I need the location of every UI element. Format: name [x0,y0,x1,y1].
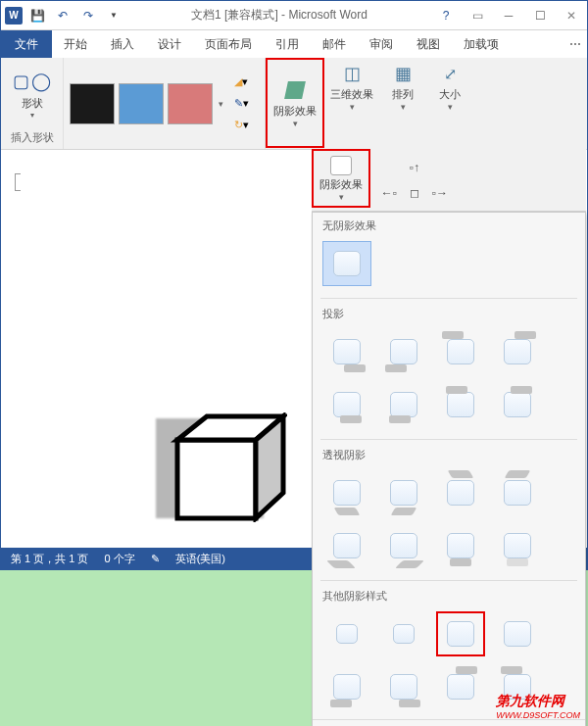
page-indicator[interactable]: 第 1 页，共 1 页 [11,552,88,566]
nudge-left[interactable]: ←▫ [378,182,400,204]
qat-dropdown[interactable]: ▼ [103,5,124,26]
ribbon: ▢ ◯ 形状 ▾ 插入形状 ▾ ◢▾ ✎▾ ↻▾ 阴影效果 [1,58,587,150]
shadow-nudge-controls: ▫↑ ←▫ ◻ ▫→ [370,149,459,211]
inserted-shape-cube[interactable] [170,412,287,526]
style-swatch-black[interactable] [70,83,115,124]
tab-references[interactable]: 引用 [264,30,311,58]
nudge-toggle[interactable]: ◻ [404,182,425,204]
shape-styles-group: ▾ ◢▾ ✎▾ ↻▾ [64,58,266,149]
no-shadow-option[interactable] [322,241,371,286]
projection-2[interactable] [379,329,428,374]
section-projection: 投影 [313,301,585,325]
square-icon [329,155,353,175]
save-qat[interactable]: 💾 [26,5,48,26]
projection-6[interactable] [379,382,428,427]
perspective-4[interactable] [493,470,542,515]
tab-review[interactable]: 审阅 [358,30,405,58]
tab-insert[interactable]: 插入 [99,30,146,58]
help-button[interactable]: ? [434,4,458,27]
minimize-button[interactable]: ─ [497,4,520,27]
perspective-3[interactable] [436,470,485,515]
document-title: 文档1 [兼容模式] - Microsoft Word [124,7,434,24]
projection-5[interactable] [322,382,371,427]
style-swatch-blue[interactable] [119,83,164,124]
projection-4[interactable] [493,329,542,374]
tab-mailings[interactable]: 邮件 [311,30,358,58]
word-count[interactable]: 0 个字 [104,552,134,566]
tab-layout[interactable]: 页面布局 [193,30,264,58]
other-4[interactable] [493,611,542,656]
perspective-6[interactable] [379,523,428,568]
projection-3[interactable] [436,329,485,374]
shadow-effect-button[interactable]: 阴影效果 ▾ [266,58,324,148]
tab-more[interactable]: ⋯ [564,30,587,58]
nudge-up[interactable]: ▫↑ [404,157,425,178]
ribbon-display-button[interactable]: ▭ [466,4,489,27]
other-2[interactable] [379,611,428,656]
shadow-color-menu[interactable]: 🪣 阴影颜色(C) ▸ [313,719,585,726]
sub-shadow-effect-button[interactable]: 阴影效果 ▾ [312,149,370,208]
perspective-7[interactable] [436,523,485,568]
tab-addins[interactable]: 加载项 [452,30,511,58]
titlebar: W 💾 ↶ ↷ ▼ 文档1 [兼容模式] - Microsoft Word ? … [1,1,587,30]
shape-fill-button[interactable]: ◢▾ [227,73,255,92]
projection-8[interactable] [493,382,542,427]
style-swatch-red[interactable] [168,83,213,124]
ribbon-tabs: 文件 开始 插入 设计 页面布局 引用 邮件 审阅 视图 加载项 ⋯ [1,30,587,58]
other-6[interactable] [379,664,428,709]
threeD-effect-button[interactable]: ◫ 三维效果 ▾ [324,58,379,149]
section-no-shadow: 无阴影效果 [313,213,585,237]
spellcheck-icon[interactable]: ✎ [151,553,160,565]
projection-7[interactable] [436,382,485,427]
size-button[interactable]: ⤢ 大小 ▾ [426,58,473,149]
svg-marker-0 [177,440,256,518]
group-label-insert-shapes: 插入形状 [11,130,54,145]
tab-file[interactable]: 文件 [1,30,52,58]
close-button[interactable]: ✕ [560,4,583,27]
perspective-8[interactable] [493,523,542,568]
perspective-1[interactable] [322,470,371,515]
other-1[interactable] [322,611,371,656]
sub-ribbon: 阴影效果 ▾ ▫↑ ←▫ ◻ ▫→ [312,149,586,212]
other-5[interactable] [322,664,371,709]
language-indicator[interactable]: 英语(美国) [175,552,225,566]
redo-qat[interactable]: ↷ [77,5,99,26]
tab-home[interactable]: 开始 [52,30,99,58]
watermark: 第九软件网 WWW.D9SOFT.COM [496,693,580,720]
tab-view[interactable]: 视图 [405,30,452,58]
tab-design[interactable]: 设计 [146,30,193,58]
insert-shapes-group: ▢ ◯ 形状 ▾ 插入形状 [1,58,64,149]
undo-qat[interactable]: ↶ [52,5,74,26]
section-perspective: 透视阴影 [313,442,585,466]
perspective-2[interactable] [379,470,428,515]
shapes-gallery-button[interactable]: ▢ ◯ 形状 ▾ [7,69,57,121]
shape-outline-button[interactable]: ✎▾ [227,94,255,114]
shadow-effects-dropdown: 无阴影效果 投影 透视阴影 其他阴影样式 🪣 [312,212,586,726]
maximize-button[interactable]: ☐ [528,4,552,27]
nudge-right[interactable]: ▫→ [429,182,451,204]
perspective-5[interactable] [322,523,371,568]
ruler-mark [15,173,21,191]
other-7[interactable] [436,664,485,709]
arrange-button[interactable]: ▦ 排列 ▾ [379,58,426,149]
section-other-styles: 其他阴影样式 [313,583,585,607]
change-shape-button[interactable]: ↻▾ [227,116,255,135]
projection-1[interactable] [322,329,371,374]
other-3-selected[interactable] [436,611,485,656]
app-icon: W [5,7,23,24]
